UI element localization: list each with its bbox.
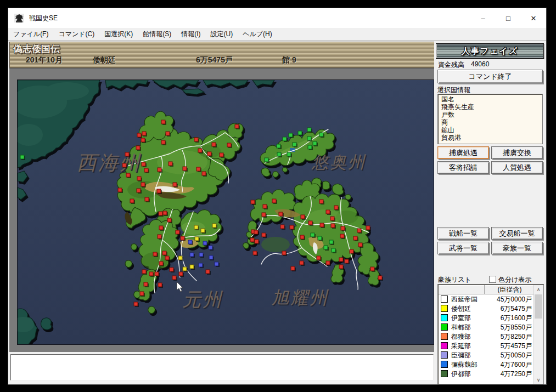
household-count: 6万5475戸 — [196, 55, 233, 65]
clan-row[interactable]: 倭朝廷6万5475戸 — [439, 304, 535, 313]
warship-list-button[interactable]: 戦船一覧 — [437, 227, 489, 240]
clan-row[interactable]: 都獲部5万8250戸 — [439, 332, 535, 341]
title-bar[interactable]: 戦国史SE – □ ✕ — [8, 8, 546, 28]
scroll-down-arrow[interactable]: ∨ — [534, 376, 543, 384]
red-castle — [183, 167, 187, 171]
green-castle — [20, 155, 24, 159]
menu-file[interactable]: ファイル(F) — [8, 28, 53, 40]
red-castle — [250, 238, 254, 242]
menu-command[interactable]: コマンド(C) — [53, 28, 99, 40]
yellow-castle — [194, 225, 198, 229]
scroll-thumb[interactable] — [535, 294, 542, 319]
red-castle — [253, 251, 257, 255]
scroll-up-arrow[interactable]: ∧ — [534, 285, 543, 294]
red-castle — [145, 197, 149, 201]
info-item[interactable]: 貿易港 — [441, 134, 542, 141]
green-castle — [324, 246, 328, 249]
yellow-castle — [195, 237, 199, 241]
info-item[interactable]: 国名 — [441, 95, 542, 103]
end-command-button[interactable]: コマンド終了 — [437, 70, 543, 83]
info-item[interactable]: 鉱山 — [441, 126, 542, 134]
red-castle — [155, 272, 159, 276]
clan-name: 倭朝廷 — [451, 304, 471, 314]
menu-mansion-info[interactable]: 館情報(S) — [138, 28, 176, 40]
clan-column-header[interactable] — [439, 285, 485, 294]
map-canvas[interactable]: 西海州西海州悠奥州悠奥州元州元州旭耀州旭耀州 — [17, 79, 434, 345]
message-box — [10, 354, 434, 380]
blue-castle — [188, 240, 192, 244]
general-list-button[interactable]: 武将一覧 — [437, 242, 489, 254]
clan-list-scrollbar[interactable]: ∧ ∨ — [533, 285, 543, 384]
red-castle — [290, 225, 294, 229]
red-castle — [331, 224, 335, 228]
red-castle — [169, 162, 172, 166]
funds-value: 49060 — [471, 60, 489, 68]
clan-row[interactable]: 西延帝国45万0000戸 — [439, 294, 535, 304]
tradeship-list-button[interactable]: 交易船一覧 — [491, 227, 543, 240]
green-castle — [289, 133, 293, 137]
selected-country-listbox[interactable]: 国名 飛燕矢生産 戸数 商 鉱山 貿易港 — [437, 94, 543, 144]
map-zone: 西海州西海州悠奥州悠奥州元州元州旭耀州旭耀州 — [9, 68, 435, 352]
red-castle — [130, 199, 134, 203]
clan-households: 6万1600戸 — [501, 314, 532, 323]
info-item[interactable]: 飛燕矢生産 — [441, 103, 542, 111]
phase-banner: 人事フェイズ — [436, 43, 544, 59]
red-castle — [137, 189, 141, 192]
menu-country-select[interactable]: 国選択(K) — [99, 28, 138, 40]
red-castle — [357, 229, 361, 232]
clan-households: 45万0000戸 — [497, 295, 532, 304]
red-castle — [142, 162, 145, 166]
clan-color-swatch — [441, 361, 448, 368]
clan-list-button[interactable]: 豪族一覧 — [491, 242, 543, 254]
red-castle — [263, 204, 267, 208]
red-castle — [300, 235, 304, 239]
households-column-header[interactable]: (臣従含) — [485, 285, 535, 294]
red-castle — [157, 189, 161, 193]
red-castle — [125, 152, 129, 156]
red-castle — [254, 230, 258, 234]
red-castle — [280, 225, 284, 229]
guest-invite-button[interactable]: 客将招請 — [437, 161, 489, 174]
menu-info[interactable]: 情報(I) — [176, 28, 205, 40]
clan-color-swatch — [441, 342, 448, 349]
clan-row[interactable]: 伊都部4万7250戸 — [439, 369, 535, 378]
red-castle — [162, 251, 166, 255]
clan-households: 4万7250戸 — [501, 370, 532, 379]
color-display-checkbox[interactable] — [489, 276, 496, 283]
info-item[interactable]: 戸数 — [441, 111, 542, 118]
clan-row[interactable]: 伊室部6万1600戸 — [439, 313, 535, 322]
control-panel: 人事フェイズ 資金残高 49060 コマンド終了 選択国情報 国名 飛燕矢生産 … — [434, 42, 546, 384]
clan-row[interactable]: 采延部5万4575戸 — [439, 341, 535, 350]
clan-name: 臣彌部 — [451, 351, 471, 360]
clan-row[interactable]: 臣彌部5万0050戸 — [439, 350, 535, 360]
red-castle — [300, 261, 304, 265]
minimize-button[interactable]: – — [470, 8, 496, 28]
maximize-button[interactable]: □ — [496, 8, 521, 28]
close-button[interactable]: ✕ — [521, 8, 546, 28]
clan-row[interactable]: 彌蘇魏部4万7600戸 — [439, 360, 535, 369]
green-castle — [318, 236, 322, 240]
yellow-castle — [183, 267, 187, 271]
red-castle — [158, 283, 162, 287]
red-castle — [330, 217, 334, 220]
red-castle — [345, 259, 349, 263]
red-castle — [326, 261, 330, 265]
info-item[interactable]: 商 — [441, 118, 542, 126]
red-castle — [378, 276, 382, 280]
blue-castle — [215, 262, 218, 266]
green-castle — [332, 248, 335, 252]
hostage-treatment-button[interactable]: 人質処遇 — [491, 161, 543, 174]
red-castle — [140, 292, 144, 296]
prisoner-exchange-button[interactable]: 捕虜交換 — [491, 146, 543, 159]
prisoner-treatment-button[interactable]: 捕虜処遇 — [437, 146, 489, 159]
blue-castle — [190, 253, 194, 257]
red-castle — [334, 206, 338, 209]
clan-color-swatch — [441, 351, 448, 359]
clan-color-swatch — [441, 314, 448, 321]
clan-row[interactable]: 和都部5万8550戸 — [439, 322, 535, 332]
clan-list[interactable]: (臣従含) 西延帝国45万0000戸倭朝廷6万5475戸伊室部6万1600戸和都… — [437, 284, 544, 384]
red-castle — [198, 149, 202, 152]
menu-settings[interactable]: 設定(U) — [206, 28, 238, 40]
red-castle — [179, 272, 183, 276]
menu-help[interactable]: ヘルプ(H) — [238, 28, 277, 40]
